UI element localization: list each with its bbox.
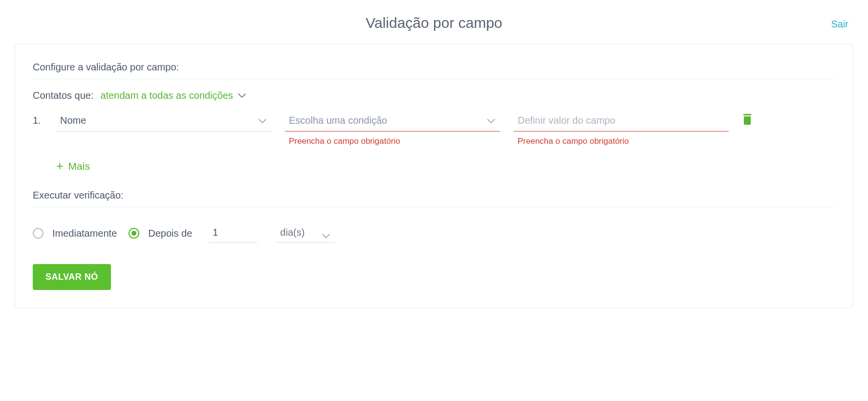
radio-after[interactable] — [129, 228, 139, 239]
value-input-wrap: Preencha o campo obrigatório — [514, 111, 729, 146]
config-section-label: Configure a validação por campo: — [33, 62, 835, 73]
config-card: Configure a validação por campo: Contato… — [15, 44, 853, 308]
add-condition-label: Mais — [68, 160, 90, 172]
page-title: Validação por campo — [366, 15, 502, 31]
value-input[interactable] — [514, 111, 729, 132]
match-type-value: atendam a todas as condições — [101, 90, 233, 101]
plus-icon: + — [56, 160, 64, 172]
trash-icon — [742, 118, 752, 126]
delete-row-button[interactable] — [742, 111, 752, 127]
radio-immediate[interactable] — [33, 228, 43, 239]
radio-immediate-label: Imediatamente — [52, 228, 117, 239]
svg-rect-0 — [743, 114, 751, 115]
exec-section-label: Executar verificação: — [33, 190, 835, 201]
delay-value-input[interactable] — [209, 224, 258, 243]
row-index: 1. — [33, 111, 43, 126]
radio-dot-icon — [131, 231, 136, 236]
condition-select[interactable]: Escolha uma condição Preencha o campo ob… — [285, 111, 500, 146]
delay-unit-select[interactable]: dia(s) — [276, 224, 335, 243]
field-select-value: Nome — [56, 111, 271, 132]
radio-after-label: Depois de — [148, 228, 192, 239]
contacts-label: Contatos que: — [33, 90, 94, 101]
field-select[interactable]: Nome — [56, 111, 271, 132]
svg-rect-1 — [744, 116, 751, 125]
condition-select-value: Escolha uma condição — [285, 111, 500, 132]
condition-error: Preencha o campo obrigatório — [285, 136, 500, 146]
delay-unit-value: dia(s) — [276, 224, 335, 243]
chevron-down-icon — [238, 93, 246, 98]
value-error: Preencha o campo obrigatório — [514, 136, 729, 146]
condition-row: 1. Nome Escolha uma condição Preencha o … — [33, 111, 835, 146]
match-type-dropdown[interactable]: atendam a todas as condições — [101, 90, 246, 101]
save-button[interactable]: SALVAR NÓ — [33, 264, 111, 290]
divider — [33, 207, 835, 207]
divider — [33, 79, 835, 79]
add-condition-button[interactable]: + Mais — [56, 160, 90, 172]
exit-link[interactable]: Sair — [831, 19, 848, 30]
